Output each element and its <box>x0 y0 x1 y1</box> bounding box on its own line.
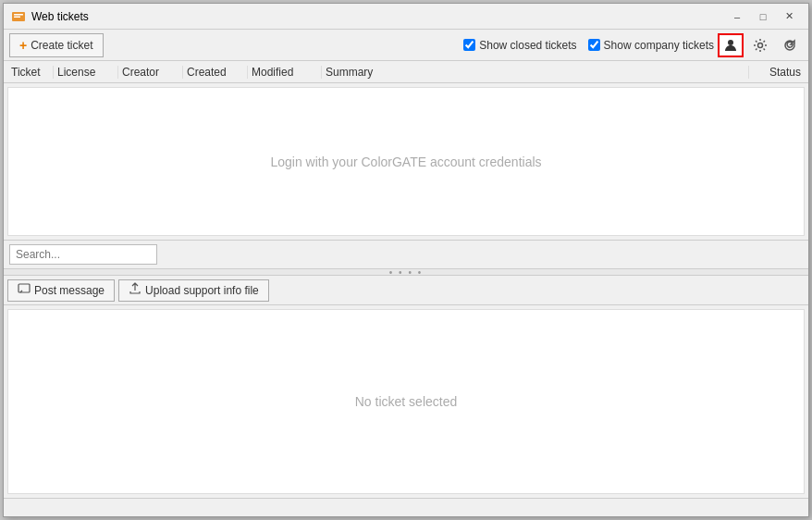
show-company-tickets-checkbox[interactable]: Show company tickets <box>588 39 714 52</box>
settings-button[interactable] <box>747 33 773 57</box>
window-title: Web tickets <box>31 10 720 23</box>
show-closed-label: Show closed tickets <box>479 39 576 52</box>
col-header-status: Status <box>749 66 805 79</box>
create-ticket-label: Create ticket <box>31 39 92 52</box>
post-message-label: Post message <box>34 284 105 297</box>
table-header: Ticket License Creator Created Modified … <box>4 61 808 83</box>
main-toolbar: + Create ticket Show closed tickets Show… <box>4 30 808 61</box>
message-icon <box>18 282 31 298</box>
post-message-button[interactable]: Post message <box>7 279 115 302</box>
col-header-created: Created <box>183 66 248 79</box>
close-button[interactable]: ✕ <box>777 6 801 27</box>
pane-splitter[interactable]: • • • • <box>4 268 808 276</box>
svg-rect-1 <box>14 14 23 16</box>
bottom-toolbar: Post message Upload support info file <box>4 276 808 305</box>
svg-rect-5 <box>18 284 30 292</box>
upload-support-button[interactable]: Upload support info file <box>118 279 269 302</box>
window-controls: – □ ✕ <box>725 6 801 27</box>
col-header-summary: Summary <box>322 66 749 79</box>
main-content: Login with your ColorGATE account creden… <box>4 83 808 498</box>
show-company-checkbox-input[interactable] <box>588 39 600 51</box>
no-ticket-area: No ticket selected <box>7 309 805 494</box>
upload-icon <box>129 282 141 298</box>
bottom-pane: Post message Upload support info file No… <box>4 276 808 498</box>
status-bar <box>4 498 808 516</box>
show-closed-tickets-checkbox[interactable]: Show closed tickets <box>463 39 576 52</box>
show-company-label: Show company tickets <box>604 39 714 52</box>
refresh-icon <box>783 39 796 52</box>
search-area <box>4 240 808 268</box>
col-header-modified: Modified <box>248 66 322 79</box>
checkbox-group: Show closed tickets Show company tickets <box>463 39 714 52</box>
svg-rect-2 <box>14 16 20 18</box>
col-header-ticket: Ticket <box>7 66 54 79</box>
svg-point-3 <box>728 40 733 45</box>
plus-icon: + <box>19 38 27 53</box>
search-input[interactable] <box>9 244 157 265</box>
create-ticket-button[interactable]: + Create ticket <box>9 33 104 57</box>
col-header-license: License <box>54 66 118 79</box>
no-ticket-text: No ticket selected <box>355 394 458 409</box>
refresh-button[interactable] <box>777 33 803 57</box>
login-message: Login with your ColorGATE account creden… <box>270 155 541 169</box>
login-message-area: Login with your ColorGATE account creden… <box>7 87 805 236</box>
minimize-button[interactable]: – <box>725 6 749 27</box>
maximize-button[interactable]: □ <box>751 6 775 27</box>
upload-support-label: Upload support info file <box>145 284 259 297</box>
main-window: Web tickets – □ ✕ + Create ticket Show c… <box>3 3 809 517</box>
col-header-creator: Creator <box>118 66 183 79</box>
show-closed-checkbox-input[interactable] <box>463 39 475 51</box>
svg-point-4 <box>758 43 763 47</box>
person-icon <box>723 38 738 53</box>
gear-icon <box>753 38 768 53</box>
app-icon <box>11 9 26 24</box>
title-bar: Web tickets – □ ✕ <box>4 4 808 30</box>
top-pane: Login with your ColorGATE account creden… <box>4 83 808 268</box>
account-button[interactable] <box>718 33 744 57</box>
